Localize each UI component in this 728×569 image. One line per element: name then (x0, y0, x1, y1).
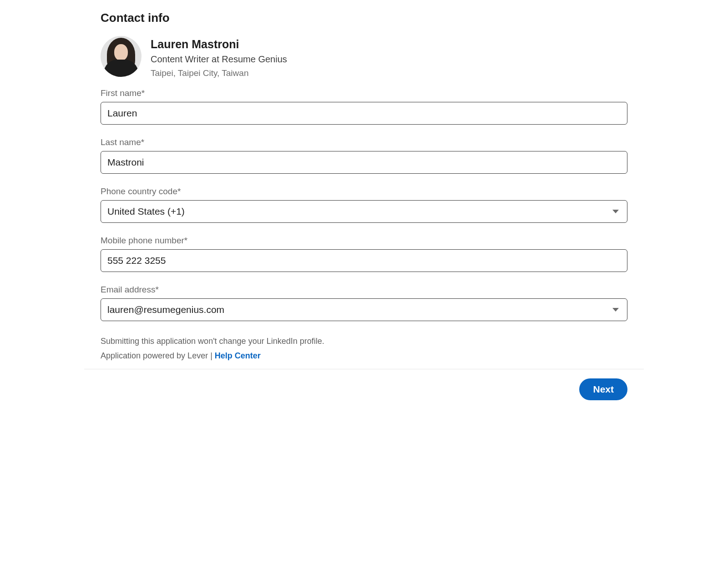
email-value: lauren@resumegenius.com (107, 304, 224, 315)
profile-title: Content Writer at Resume Genius (151, 53, 287, 66)
mobile-phone-label: Mobile phone number* (101, 236, 627, 246)
first-name-label: First name* (101, 88, 627, 98)
mobile-phone-input[interactable] (101, 249, 627, 272)
email-label: Email address* (101, 285, 627, 295)
chevron-down-icon (612, 308, 619, 312)
email-select[interactable]: lauren@resumegenius.com (101, 298, 627, 321)
disclaimer-line-1: Submitting this application won't change… (101, 334, 627, 348)
disclaimer-line-2: Application powered by Lever | Help Cent… (101, 348, 627, 363)
profile-location: Taipei, Taipei City, Taiwan (151, 67, 287, 80)
last-name-input[interactable] (101, 151, 627, 174)
first-name-input[interactable] (101, 102, 627, 125)
disclaimer: Submitting this application won't change… (101, 334, 627, 363)
chevron-down-icon (612, 210, 619, 213)
separator: | (210, 351, 215, 360)
phone-country-label: Phone country code* (101, 186, 627, 196)
avatar (101, 36, 142, 77)
profile-name: Lauren Mastroni (151, 37, 287, 52)
powered-by-text: Application powered by Lever (101, 351, 210, 360)
profile-summary: Lauren Mastroni Content Writer at Resume… (101, 36, 627, 79)
section-heading: Contact info (101, 11, 627, 25)
next-button[interactable]: Next (579, 378, 627, 400)
footer-bar: Next (84, 369, 644, 412)
phone-country-select[interactable]: United States (+1) (101, 200, 627, 223)
help-center-link[interactable]: Help Center (215, 351, 261, 360)
phone-country-value: United States (+1) (107, 206, 185, 217)
last-name-label: Last name* (101, 137, 627, 147)
